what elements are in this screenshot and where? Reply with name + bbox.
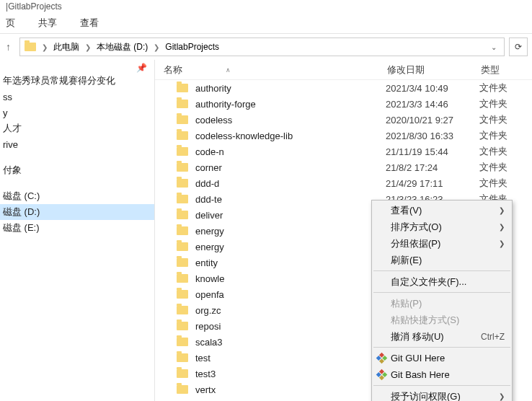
file-type: 文件夹 <box>479 129 507 142</box>
table-row[interactable]: corner21/8/2 17:24文件夹 <box>155 159 532 175</box>
table-row[interactable]: codeless-knowledge-lib2021/8/30 16:33文件夹 <box>155 128 532 144</box>
sidebar-item[interactable]: 磁盘 (D:) <box>0 204 154 220</box>
menu-share[interactable]: 共享 <box>38 17 57 30</box>
file-name: authority-forge <box>195 99 386 110</box>
file-name: corner <box>195 162 386 173</box>
file-name: scala3 <box>195 337 386 348</box>
folder-icon <box>177 385 188 394</box>
ctx-undo[interactable]: 撤消 移动(U)Ctrl+Z <box>372 328 512 345</box>
file-name: ddd-d <box>195 178 386 189</box>
ctx-access[interactable]: 授予访问权限(G)❯ <box>372 388 512 401</box>
folder-icon <box>177 100 188 108</box>
partial-menu-item[interactable]: 页 <box>6 17 15 30</box>
menubar: 页 共享 查看 <box>0 13 532 33</box>
chevron-right-icon: ❯ <box>42 43 48 51</box>
file-type: 文件夹 <box>479 81 507 94</box>
refresh-button[interactable]: ⟳ <box>509 38 528 56</box>
column-headers: 名称∧ 修改日期 类型 <box>155 60 532 80</box>
file-date: 2021/8/30 16:33 <box>386 131 479 141</box>
file-date: 21/11/19 15:44 <box>386 146 479 157</box>
ctx-sort[interactable]: 排序方式(O)❯ <box>372 219 512 235</box>
menu-view[interactable]: 查看 <box>80 17 99 30</box>
menu-separator <box>373 292 510 293</box>
file-date: 21/4/29 17:11 <box>386 178 479 189</box>
file-name: test <box>195 353 386 363</box>
folder-icon <box>177 147 188 156</box>
folder-icon <box>177 195 188 203</box>
sidebar-item[interactable]: 磁盘 (E:) <box>0 220 154 236</box>
breadcrumb[interactable]: ❯ 此电脑❯ 本地磁盘 (D:)❯ GitlabProjects ⌄ <box>19 38 505 56</box>
column-date[interactable]: 修改日期 <box>387 63 481 76</box>
git-icon <box>376 370 386 380</box>
table-row[interactable]: code-n21/11/19 15:44文件夹 <box>155 144 532 159</box>
ctx-customize[interactable]: 自定义文件夹(F)... <box>372 273 512 290</box>
file-name: org.zc <box>195 305 386 316</box>
file-name: energy <box>195 226 386 237</box>
folder-icon <box>177 306 188 314</box>
sidebar-item[interactable]: rive <box>0 136 154 152</box>
file-type: 文件夹 <box>479 97 507 110</box>
ctx-group[interactable]: 分组依据(P)❯ <box>372 235 512 252</box>
ctx-view[interactable]: 查看(V)❯ <box>372 202 512 219</box>
sidebar-item[interactable]: 人才 <box>0 120 154 136</box>
folder-icon <box>177 226 188 235</box>
window-title: GitlabProjects <box>8 1 62 12</box>
refresh-icon: ⟳ <box>515 42 522 52</box>
folder-icon <box>177 84 188 92</box>
menu-separator <box>373 347 510 348</box>
ctx-paste-shortcut: 粘贴快捷方式(S) <box>372 312 512 328</box>
breadcrumb-part[interactable]: 此电脑❯ <box>53 41 91 53</box>
table-row[interactable]: authority-forge2021/3/3 14:46文件夹 <box>155 96 532 112</box>
file-name: authority <box>195 83 386 94</box>
file-name: energy <box>195 242 386 252</box>
chevron-down-icon[interactable]: ⌄ <box>491 43 500 51</box>
file-name: knowle <box>195 273 386 284</box>
file-name: ddd-te <box>195 194 386 205</box>
menu-separator <box>373 385 510 386</box>
file-name: entity <box>195 257 386 268</box>
sidebar-item[interactable]: y <box>0 105 154 120</box>
chevron-right-icon: ❯ <box>499 223 505 231</box>
table-row[interactable]: authority2021/3/4 10:49文件夹 <box>155 80 532 96</box>
chevron-right-icon: ❯ <box>499 392 505 400</box>
folder-icon <box>177 115 188 124</box>
ctx-git-gui[interactable]: Git GUI Here <box>372 350 512 366</box>
sidebar-item[interactable]: 年选秀球员常规赛得分变化 <box>0 73 154 89</box>
table-row[interactable]: ddd-d21/4/29 17:11文件夹 <box>155 175 532 191</box>
folder-icon <box>177 322 188 330</box>
column-name[interactable]: 名称∧ <box>164 63 387 76</box>
file-date: 2021/3/3 14:46 <box>386 99 479 110</box>
window-titlebar: | GitlabProjects <box>0 0 532 13</box>
file-name: codeless <box>195 115 386 125</box>
folder-icon <box>177 258 188 267</box>
column-type[interactable]: 类型 <box>481 63 532 76</box>
sidebar-item[interactable]: ss <box>0 89 154 105</box>
folder-icon <box>177 353 188 362</box>
file-type: 文件夹 <box>479 145 507 158</box>
folder-icon <box>177 179 188 188</box>
file-type: 文件夹 <box>479 161 507 174</box>
folder-icon <box>177 290 188 299</box>
file-type: 文件夹 <box>479 177 507 190</box>
content-pane: 名称∧ 修改日期 类型 authority2021/3/4 10:49文件夹au… <box>155 60 532 401</box>
file-date: 2020/10/21 9:27 <box>386 115 479 125</box>
navigation-pane: 📌 年选秀球员常规赛得分变化ssy人才rive付象磁盘 (C:)磁盘 (D:)磁… <box>0 60 155 401</box>
ctx-refresh[interactable]: 刷新(E) <box>372 252 512 268</box>
pin-icon[interactable]: 📌 <box>0 63 154 73</box>
context-menu: 查看(V)❯ 排序方式(O)❯ 分组依据(P)❯ 刷新(E) 自定义文件夹(F)… <box>371 200 513 401</box>
folder-icon <box>177 163 188 172</box>
menu-separator <box>373 270 510 271</box>
ctx-paste: 粘贴(P) <box>372 295 512 312</box>
folder-icon <box>25 43 36 51</box>
up-icon[interactable]: ↑ <box>6 41 11 53</box>
table-row[interactable]: codeless2020/10/21 9:27文件夹 <box>155 112 532 128</box>
folder-icon <box>177 242 188 251</box>
file-name: deliver <box>195 210 386 221</box>
breadcrumb-part[interactable]: 本地磁盘 (D:)❯ <box>97 41 159 53</box>
ctx-git-bash[interactable]: Git Bash Here <box>372 366 512 383</box>
nav-buttons: ↑ <box>4 41 15 53</box>
file-name: openfa <box>195 289 386 300</box>
breadcrumb-part[interactable]: GitlabProjects <box>165 42 219 52</box>
sidebar-item[interactable]: 磁盘 (C:) <box>0 188 154 204</box>
sidebar-item[interactable]: 付象 <box>0 162 154 178</box>
